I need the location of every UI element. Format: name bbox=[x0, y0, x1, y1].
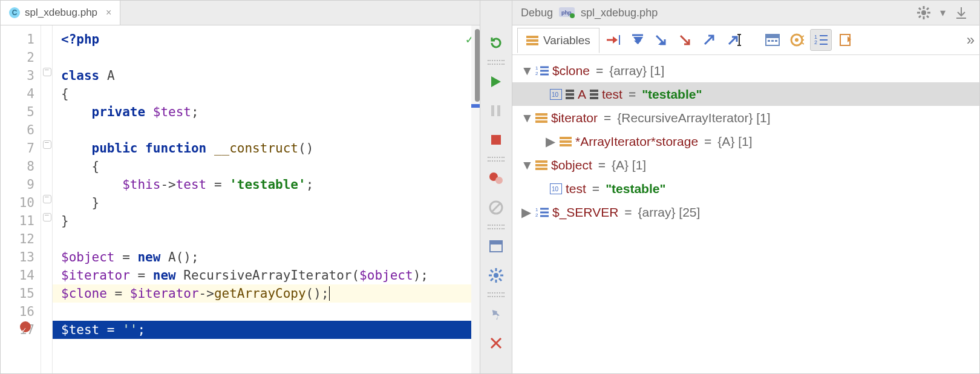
gear-icon[interactable] bbox=[913, 5, 934, 20]
editor-tab-bar: C spl_xdebug.php × bbox=[1, 1, 480, 25]
debug-stepping-toolbar: Variables bbox=[512, 25, 979, 55]
expand-toggle[interactable]: ▶ bbox=[521, 205, 532, 220]
svg-line-6 bbox=[491, 203, 501, 212]
export-button[interactable] bbox=[834, 29, 856, 51]
expand-toggle[interactable]: ▼ bbox=[521, 64, 532, 78]
array-icon: 12 bbox=[535, 207, 549, 218]
svg-point-4 bbox=[495, 177, 503, 184]
view-breakpoints-button[interactable] bbox=[485, 169, 507, 188]
breakpoint-marker[interactable] bbox=[20, 321, 31, 332]
editor-tab[interactable]: C spl_xdebug.php × bbox=[1, 1, 120, 25]
stop-button[interactable] bbox=[485, 130, 507, 149]
expand-toggle[interactable]: ▶ bbox=[545, 134, 556, 149]
svg-rect-44 bbox=[768, 40, 770, 42]
svg-rect-72 bbox=[535, 117, 547, 119]
fold-handle[interactable] bbox=[43, 68, 51, 76]
debug-panel-header: Debug php spl_xdebug.php ▾ bbox=[512, 1, 979, 25]
ide-window: C spl_xdebug.php × 123456789101112131415… bbox=[0, 0, 980, 374]
layout-button[interactable] bbox=[485, 237, 507, 256]
svg-line-15 bbox=[499, 278, 501, 281]
expand-toggle[interactable]: ▼ bbox=[521, 111, 532, 125]
svg-text:1: 1 bbox=[535, 207, 538, 212]
svg-rect-36 bbox=[526, 43, 538, 45]
fold-handle[interactable] bbox=[43, 195, 51, 203]
variables-tab-label: Variables bbox=[543, 34, 590, 47]
expand-toggle[interactable]: ▼ bbox=[521, 158, 532, 172]
svg-rect-73 bbox=[535, 120, 547, 123]
force-step-into-button[interactable] bbox=[675, 29, 696, 51]
svg-line-14 bbox=[491, 270, 493, 272]
svg-rect-71 bbox=[535, 113, 547, 116]
svg-rect-68 bbox=[590, 90, 598, 92]
tree-node-server[interactable]: ▶ 12 $_SERVER = {array} [25] bbox=[512, 200, 979, 224]
svg-rect-65 bbox=[566, 90, 574, 92]
fold-handle[interactable] bbox=[43, 213, 51, 221]
dropdown-indicator-icon[interactable]: ▾ bbox=[940, 6, 946, 19]
svg-rect-75 bbox=[560, 140, 572, 143]
evaluate-expression-button[interactable] bbox=[762, 29, 783, 51]
svg-rect-8 bbox=[490, 241, 502, 244]
pause-button[interactable] bbox=[485, 101, 507, 120]
separator bbox=[488, 157, 505, 162]
marker-strip[interactable] bbox=[471, 25, 480, 373]
svg-line-28 bbox=[919, 8, 921, 10]
bars-icon bbox=[566, 90, 574, 99]
rerun-button[interactable] bbox=[485, 33, 507, 53]
svg-text:10: 10 bbox=[552, 186, 559, 192]
tree-node-storage[interactable]: ▶ *ArrayIterator*storage = {A} [1] bbox=[512, 130, 979, 153]
close-button[interactable] bbox=[485, 333, 507, 353]
more-icon[interactable]: » bbox=[967, 31, 975, 48]
resume-button[interactable] bbox=[485, 72, 507, 91]
separator bbox=[488, 225, 505, 229]
variables-tab[interactable]: Variables bbox=[517, 28, 599, 53]
hide-button[interactable] bbox=[952, 5, 971, 20]
svg-rect-78 bbox=[535, 164, 547, 166]
svg-rect-74 bbox=[560, 137, 572, 139]
svg-rect-66 bbox=[566, 93, 574, 96]
svg-text:2: 2 bbox=[814, 39, 817, 45]
fold-handle[interactable] bbox=[43, 140, 51, 149]
svg-rect-77 bbox=[535, 160, 547, 163]
separator bbox=[488, 292, 505, 297]
svg-rect-43 bbox=[766, 34, 779, 38]
step-into-button[interactable] bbox=[650, 29, 672, 51]
svg-line-31 bbox=[927, 8, 929, 10]
separator bbox=[488, 60, 505, 65]
close-tab-icon[interactable]: × bbox=[106, 7, 111, 18]
variables-tree[interactable]: ▼ 12 $clone = {array} [1] 10 A test = "t… bbox=[512, 55, 979, 373]
mute-breakpoints-button[interactable] bbox=[485, 198, 507, 217]
tree-node-object-test[interactable]: 10 test = "testable" bbox=[512, 177, 979, 200]
svg-rect-69 bbox=[590, 93, 598, 96]
debug-side-toolbar bbox=[480, 1, 512, 373]
scalar-icon: 10 bbox=[550, 183, 562, 194]
bars-icon bbox=[590, 90, 598, 99]
settings-button[interactable] bbox=[485, 266, 507, 285]
svg-line-17 bbox=[499, 270, 501, 272]
watch-button[interactable] bbox=[786, 29, 808, 51]
show-execution-point-button[interactable] bbox=[602, 29, 624, 51]
pin-button[interactable] bbox=[485, 304, 507, 324]
svg-rect-46 bbox=[775, 40, 777, 42]
variables-icon bbox=[526, 36, 538, 45]
code-area[interactable]: 1234567891011121314151617 ✓ <?php class … bbox=[1, 25, 480, 373]
tree-node-object[interactable]: ▼ $object = {A} [1] bbox=[512, 153, 979, 177]
array-icon: 12 bbox=[535, 65, 549, 76]
svg-rect-37 bbox=[619, 35, 620, 45]
svg-line-16 bbox=[491, 278, 493, 281]
step-out-button[interactable] bbox=[699, 29, 720, 51]
sort-button[interactable]: 12 bbox=[810, 29, 832, 51]
code-content[interactable]: ✓ <?php class A { private $test; public … bbox=[53, 25, 480, 373]
svg-point-48 bbox=[795, 38, 799, 42]
debug-panel: Debug php spl_xdebug.php ▾ Variables bbox=[512, 1, 979, 373]
step-over-button[interactable] bbox=[626, 29, 648, 51]
tree-node-clone-item[interactable]: 10 A test = "testable" bbox=[512, 82, 979, 106]
svg-point-22 bbox=[570, 13, 575, 18]
svg-line-29 bbox=[927, 16, 929, 18]
tree-node-clone[interactable]: ▼ 12 $clone = {array} [1] bbox=[512, 59, 979, 82]
run-to-cursor-button[interactable] bbox=[723, 29, 745, 51]
line-number-gutter: 1234567891011121314151617 bbox=[1, 25, 41, 373]
tree-node-iterator[interactable]: ▼ $iterator = {RecursiveArrayIterator} [… bbox=[512, 106, 979, 130]
svg-rect-35 bbox=[526, 39, 538, 42]
debug-script-name: spl_xdebug.php bbox=[581, 7, 658, 19]
editor-pane: C spl_xdebug.php × 123456789101112131415… bbox=[1, 1, 480, 373]
